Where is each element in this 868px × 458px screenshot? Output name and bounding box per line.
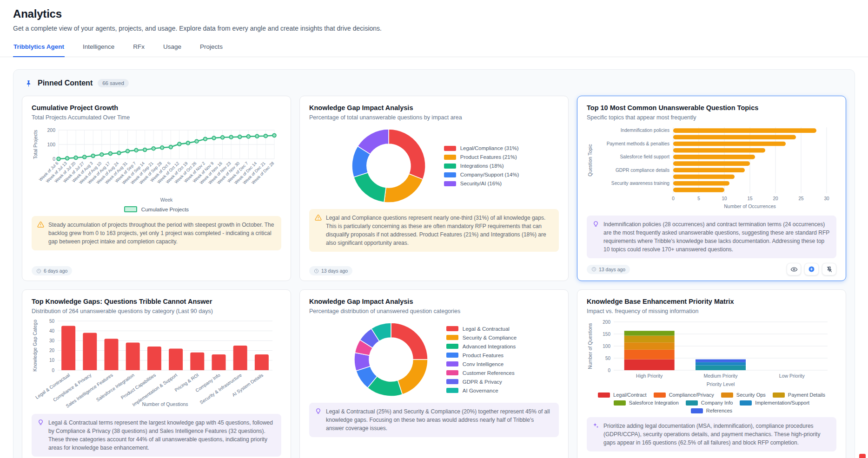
lightbulb-icon bbox=[315, 408, 322, 432]
insight-note: Legal and Compliance questions represent… bbox=[309, 209, 559, 252]
ai-insight-button[interactable] bbox=[804, 263, 819, 275]
line-chart-cumulative-projects: 0100200Week of Jul 6Week of Jul 13Week o… bbox=[32, 124, 281, 212]
horizontal-bar-chart-topics: 051015202530Indemnification policiesPaym… bbox=[587, 124, 836, 212]
card-knowledge-gap-impact-analysis-1[interactable]: Knowledge Gap Impact Analysis Percentage… bbox=[299, 96, 569, 281]
chart-legend: Cumulative Projects bbox=[32, 206, 281, 212]
svg-text:100: 100 bbox=[603, 344, 610, 349]
card-title: Top 10 Most Common Unanswerable Question… bbox=[587, 104, 836, 111]
warning-triangle-icon bbox=[315, 214, 322, 247]
card-knowledge-gap-impact-analysis-2[interactable]: Knowledge Gap Impact Analysis Percentage… bbox=[299, 289, 569, 458]
tab-intelligence[interactable]: Intelligence bbox=[82, 41, 115, 57]
card-title: Knowledge Gap Impact Analysis bbox=[309, 104, 559, 111]
clock-icon bbox=[314, 268, 319, 274]
stacked-bar-chart-priority: 050100150200High PriorityMedium Priority… bbox=[587, 318, 836, 413]
svg-text:15: 15 bbox=[747, 196, 753, 201]
donut-chart-impact-area: Legal/Compliance (31%)Product Features (… bbox=[309, 124, 559, 205]
insight-note: Legal & Contractual (25%) and Security &… bbox=[309, 403, 559, 437]
card-title: Knowledge Base Enhancement Priority Matr… bbox=[587, 298, 836, 305]
svg-text:0: 0 bbox=[52, 368, 54, 373]
card-cumulative-project-growth[interactable]: Cumulative Project Growth Total Projects… bbox=[22, 96, 291, 281]
bar-chart-knowledge-gaps: 01020304050Legal & ContractualCompliance… bbox=[32, 318, 281, 410]
tab-bar: Tribblytics Agent Intelligence RFx Usage… bbox=[0, 41, 868, 57]
svg-text:Medium Priority: Medium Priority bbox=[704, 373, 738, 379]
card-footer: 13 days ago bbox=[309, 262, 559, 275]
svg-text:40: 40 bbox=[49, 328, 55, 334]
lightbulb-icon bbox=[592, 221, 599, 254]
svg-text:Number of Questions: Number of Questions bbox=[142, 401, 188, 407]
page-header: Analytics Get a complete view of your ag… bbox=[0, 0, 868, 32]
card-subtitle: Percentage distribution of unanswered qu… bbox=[309, 308, 559, 314]
timestamp-badge: 13 days ago bbox=[587, 265, 630, 274]
insight-text: Prioritize adding legal documentation (M… bbox=[603, 422, 831, 447]
card-subtitle: Specific topics that appear most frequen… bbox=[587, 114, 836, 121]
clock-icon bbox=[36, 268, 41, 274]
unpin-button[interactable] bbox=[822, 263, 836, 275]
timestamp-badge: 13 days ago bbox=[309, 266, 352, 275]
chat-widget-fragment[interactable] bbox=[859, 454, 866, 458]
svg-text:Question Topic: Question Topic bbox=[587, 144, 593, 176]
svg-text:Compliance & Privacy: Compliance & Privacy bbox=[52, 373, 92, 403]
svg-text:Number of Questions: Number of Questions bbox=[587, 323, 593, 369]
svg-text:20: 20 bbox=[773, 196, 778, 201]
pin-icon bbox=[25, 79, 33, 87]
svg-text:50: 50 bbox=[49, 319, 55, 324]
svg-text:0: 0 bbox=[53, 156, 55, 162]
svg-text:Priority Level: Priority Level bbox=[707, 381, 735, 387]
svg-text:5: 5 bbox=[697, 196, 700, 201]
tab-projects[interactable]: Projects bbox=[199, 41, 223, 57]
svg-text:Product Capabilities: Product Capabilities bbox=[120, 373, 157, 400]
svg-text:Indemnification policies: Indemnification policies bbox=[621, 128, 669, 133]
svg-text:Number of Occurrences: Number of Occurrences bbox=[724, 203, 775, 209]
chart-legend: Legal & ContractualSecurity & Compliance… bbox=[446, 326, 517, 393]
svg-text:200: 200 bbox=[47, 127, 55, 133]
card-top-knowledge-gaps[interactable]: Top Knowledge Gaps: Questions Tribble Ca… bbox=[22, 289, 291, 458]
sparkles-icon bbox=[592, 422, 599, 447]
card-title: Knowledge Gap Impact Analysis bbox=[309, 298, 559, 305]
svg-text:10: 10 bbox=[722, 196, 727, 201]
svg-text:Legal & Contractual: Legal & Contractual bbox=[34, 373, 71, 400]
tab-rfx[interactable]: RFx bbox=[133, 41, 145, 57]
page-subtitle: Get a complete view of your agents, proj… bbox=[13, 25, 855, 32]
card-footer: 13 days ago bbox=[587, 258, 836, 275]
svg-text:100: 100 bbox=[47, 142, 55, 147]
view-button[interactable] bbox=[787, 263, 801, 275]
svg-text:Salesforce field support: Salesforce field support bbox=[620, 154, 670, 159]
card-priority-matrix[interactable]: Knowledge Base Enhancement Priority Matr… bbox=[577, 289, 846, 458]
svg-text:Low Priority: Low Priority bbox=[779, 373, 805, 379]
svg-text:Total Projects: Total Projects bbox=[33, 130, 38, 159]
card-subtitle: Percentage of total unanswerable questio… bbox=[309, 114, 559, 121]
tab-tribblytics-agent[interactable]: Tribblytics Agent bbox=[13, 41, 65, 57]
eye-icon bbox=[790, 266, 798, 273]
donut-chart-question-categories: Legal & ContractualSecurity & Compliance… bbox=[309, 318, 559, 399]
pinned-content-title: Pinned Content bbox=[38, 79, 93, 87]
pinned-content-header: Pinned Content 66 saved bbox=[22, 79, 846, 87]
insight-text: Legal and Compliance questions represent… bbox=[326, 214, 553, 247]
card-subtitle: Distribution of 264 unanswerable questio… bbox=[32, 308, 281, 314]
warning-triangle-icon bbox=[37, 221, 44, 246]
svg-text:Week: Week bbox=[160, 197, 173, 203]
tab-usage[interactable]: Usage bbox=[163, 41, 182, 57]
svg-text:20: 20 bbox=[49, 348, 55, 353]
ai-sparkle-icon bbox=[808, 266, 815, 273]
svg-text:30: 30 bbox=[824, 196, 829, 201]
svg-text:GDPR compliance details: GDPR compliance details bbox=[616, 168, 669, 173]
card-top-10-unanswerable-topics[interactable]: Top 10 Most Common Unanswerable Question… bbox=[577, 96, 846, 281]
insight-text: Legal & Contractual terms represent the … bbox=[48, 419, 276, 452]
card-footer: 6 days ago bbox=[32, 262, 281, 275]
saved-count-badge: 66 saved bbox=[98, 79, 129, 87]
timestamp-badge: 6 days ago bbox=[32, 266, 72, 275]
svg-text:0: 0 bbox=[672, 196, 675, 201]
card-actions bbox=[787, 263, 836, 275]
insight-note: Legal & Contractual terms represent the … bbox=[32, 414, 281, 457]
svg-text:Security & Infrastructure: Security & Infrastructure bbox=[199, 372, 243, 405]
svg-text:25: 25 bbox=[798, 196, 804, 201]
svg-text:10: 10 bbox=[49, 358, 55, 363]
insight-text: Legal & Contractual (25%) and Security &… bbox=[326, 407, 553, 432]
svg-text:0: 0 bbox=[608, 368, 610, 373]
chart-legend: Legal/ContractCompliance/PrivacySecurity… bbox=[587, 392, 836, 413]
svg-text:Security awareness training: Security awareness training bbox=[611, 181, 669, 186]
svg-text:200: 200 bbox=[603, 320, 610, 325]
svg-text:30: 30 bbox=[49, 338, 55, 343]
card-title: Top Knowledge Gaps: Questions Tribble Ca… bbox=[32, 298, 281, 305]
svg-text:150: 150 bbox=[603, 332, 610, 337]
